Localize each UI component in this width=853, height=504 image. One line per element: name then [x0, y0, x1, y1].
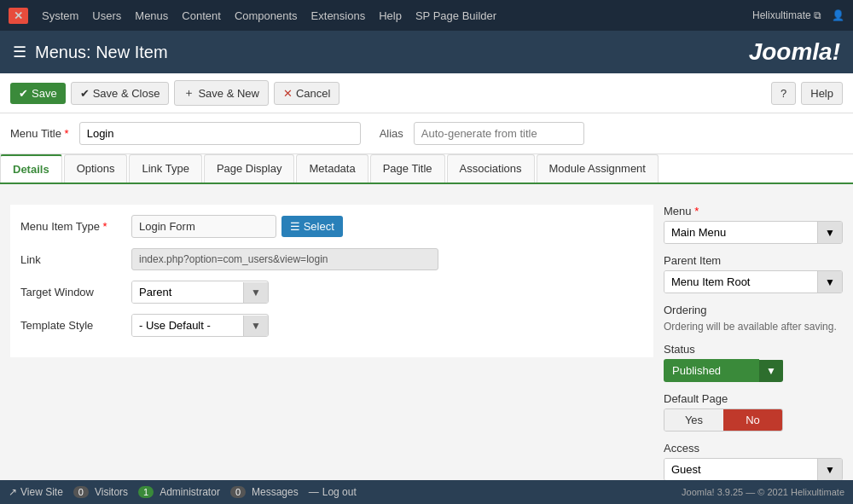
top-nav-right: Helixultimate ⧉ 👤 — [752, 9, 844, 21]
target-window-select[interactable]: Parent — [132, 281, 243, 303]
side-menu-arrow[interactable]: ▼ — [817, 222, 842, 243]
joomla-logo: Joomla! — [749, 38, 840, 66]
menu-item-type-field[interactable] — [131, 215, 276, 238]
question-button[interactable]: ? — [771, 82, 796, 105]
visitors-badge: 0 — [73, 486, 89, 498]
menu-item-type-label: Menu Item Type * — [20, 220, 131, 233]
ordering-note: Ordering will be available after saving. — [664, 321, 837, 333]
admin-label: Administrator — [160, 486, 220, 498]
joomla-x-icon[interactable]: ✕ — [9, 8, 28, 24]
status-arrow[interactable]: ▼ — [759, 360, 783, 382]
template-style-select[interactable]: - Use Default - — [132, 315, 243, 336]
hamburger-icon[interactable]: ☰ — [13, 43, 26, 61]
side-parent-select[interactable]: Menu Item Root — [664, 271, 817, 293]
bottom-bar: ↗ View Site 0 Visitors 1 Administrator 0… — [0, 480, 853, 504]
nav-extensions[interactable]: Extensions — [311, 9, 366, 22]
template-style-select-wrap: - Use Default - ▼ — [131, 314, 269, 337]
side-panel: Menu * Main Menu ▼ Parent Item Menu Item… — [664, 205, 843, 504]
admin-badge: 1 — [138, 486, 154, 498]
help-label: Help — [810, 87, 833, 100]
nav-menus[interactable]: Menus — [135, 9, 168, 22]
side-menu-select-wrap: Main Menu ▼ — [664, 221, 843, 244]
side-access-select-wrap: Guest ▼ — [664, 458, 843, 481]
tab-page-title[interactable]: Page Title — [370, 154, 445, 182]
alias-input[interactable] — [414, 122, 584, 145]
nav-users[interactable]: Users — [92, 9, 121, 22]
side-default-page-group: Default Page Yes No — [664, 392, 843, 432]
help-button[interactable]: Help — [801, 82, 843, 105]
save-icon: ✔ — [19, 87, 28, 100]
messages-item[interactable]: 0 Messages — [230, 486, 299, 498]
tabs: Details Options Link Type Page Display M… — [0, 154, 853, 184]
link-label: Link — [20, 253, 131, 266]
tab-metadata[interactable]: Metadata — [296, 154, 368, 182]
toggle-no-button[interactable]: No — [723, 409, 782, 431]
view-site-label: View Site — [20, 486, 63, 498]
tab-details[interactable]: Details — [0, 154, 62, 182]
nav-sp-page-builder[interactable]: SP Page Builder — [415, 9, 496, 22]
user-icon[interactable]: 👤 — [832, 9, 844, 21]
save-label: Save — [32, 87, 57, 100]
tab-options[interactable]: Options — [64, 154, 128, 182]
toggle-yes-button[interactable]: Yes — [664, 409, 723, 431]
header-title-area: ☰ Menus: New Item — [13, 43, 168, 62]
link-group: Link — [20, 248, 643, 270]
nav-content[interactable]: Content — [182, 9, 221, 22]
side-parent-arrow[interactable]: ▼ — [817, 271, 842, 293]
list-icon: ☰ — [290, 220, 304, 233]
side-status-group: Status Published ▼ — [664, 343, 843, 382]
toolbar: ✔ Save ✔ Save & Close ＋ Save & New ✕ Can… — [0, 73, 853, 113]
logout-label: Log out — [322, 486, 357, 498]
target-window-arrow[interactable]: ▼ — [243, 282, 268, 303]
target-window-select-wrap: Parent ▼ — [131, 281, 269, 304]
tab-associations[interactable]: Associations — [447, 154, 535, 182]
nav-help[interactable]: Help — [379, 9, 402, 22]
logout-item[interactable]: — Log out — [309, 486, 357, 498]
side-default-page-label: Default Page — [664, 392, 843, 405]
external-link-icon: ↗ — [9, 486, 17, 498]
joomla-logo-text: Joomla! — [749, 38, 840, 65]
visitors-label: Visitors — [95, 486, 128, 498]
template-style-label: Template Style — [20, 319, 131, 332]
view-site-item[interactable]: ↗ View Site — [9, 486, 63, 498]
status-button[interactable]: Published ▼ — [664, 359, 783, 382]
cancel-label: Cancel — [296, 87, 330, 100]
tab-link-type[interactable]: Link Type — [129, 154, 201, 182]
nav-components[interactable]: Components — [235, 9, 298, 22]
main-panel: Menu Item Type * ☰ Select Link Targe — [10, 205, 653, 504]
select-button[interactable]: ☰ Select — [281, 216, 343, 237]
visitors-item[interactable]: 0 Visitors — [73, 486, 128, 498]
menu-item-type-group: Menu Item Type * ☰ Select — [20, 215, 643, 238]
content-area: Menu Item Type * ☰ Select Link Targe — [0, 194, 853, 504]
save-close-button[interactable]: ✔ Save & Close — [71, 82, 170, 105]
header-bar: ☰ Menus: New Item Joomla! — [0, 31, 853, 73]
select-label: Select — [304, 220, 334, 233]
template-style-arrow[interactable]: ▼ — [243, 316, 268, 336]
nav-system[interactable]: System — [42, 9, 78, 22]
menu-title-label: Menu Title * — [10, 127, 69, 140]
target-window-label: Target Window — [20, 286, 131, 298]
menu-title-input[interactable] — [79, 122, 361, 145]
side-menu-group: Menu * Main Menu ▼ — [664, 205, 843, 244]
side-ordering-group: Ordering Ordering will be available afte… — [664, 304, 843, 333]
side-access-arrow[interactable]: ▼ — [817, 459, 842, 480]
save-close-icon: ✔ — [80, 87, 90, 100]
default-page-toggle: Yes No — [664, 408, 783, 432]
side-parent-group: Parent Item Menu Item Root ▼ — [664, 254, 843, 293]
cancel-button[interactable]: ✕ Cancel — [274, 82, 339, 105]
save-close-label: Save & Close — [93, 87, 160, 100]
save-new-button[interactable]: ＋ Save & New — [174, 80, 269, 106]
form-panel: Menu Item Type * ☰ Select Link Targe — [10, 205, 653, 357]
save-new-icon: ＋ — [183, 85, 194, 101]
user-link[interactable]: Helixultimate ⧉ — [752, 9, 821, 21]
link-input — [131, 248, 438, 270]
save-button[interactable]: ✔ Save — [10, 83, 66, 104]
menu-title-area: Menu Title * Alias — [0, 113, 853, 154]
tab-module-assignment[interactable]: Module Assignment — [537, 154, 659, 182]
logout-icon: — — [309, 486, 319, 498]
tab-page-display[interactable]: Page Display — [204, 154, 295, 182]
side-menu-select[interactable]: Main Menu — [664, 222, 817, 243]
admin-item[interactable]: 1 Administrator — [138, 486, 220, 498]
menu-item-type-input-group: ☰ Select — [131, 215, 343, 238]
side-access-select[interactable]: Guest — [664, 459, 817, 480]
